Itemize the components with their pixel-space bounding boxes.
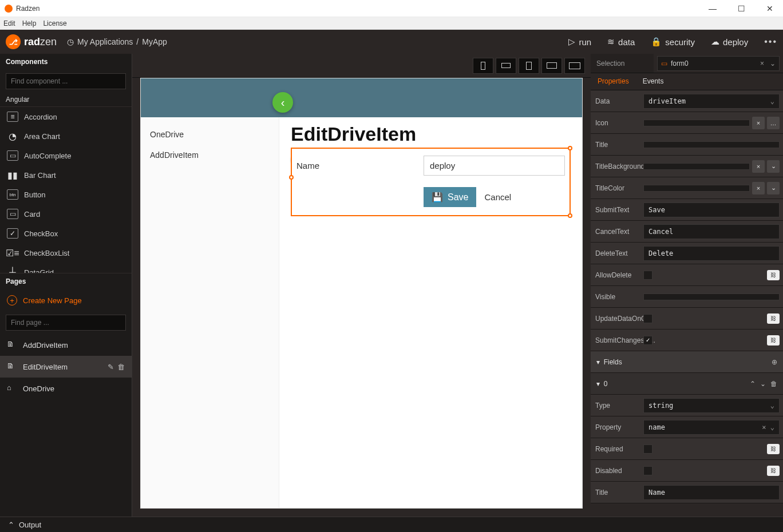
- run-action[interactable]: ▷run: [568, 37, 591, 47]
- more-menu[interactable]: •••: [764, 37, 777, 47]
- component-bar-chart[interactable]: ▮▮Bar Chart: [0, 165, 132, 185]
- prop-updatedata-check[interactable]: [643, 314, 652, 323]
- prop-titlecolor-dd[interactable]: ⌄: [767, 182, 780, 194]
- prop-allowdelete-bind[interactable]: ⛓: [767, 270, 780, 280]
- prop-titlebg-clear[interactable]: ×: [752, 160, 765, 173]
- selection-value[interactable]: ▭form0×⌄: [657, 56, 780, 71]
- app-logo-icon: [5, 5, 13, 13]
- prop-canceltext-input[interactable]: Cancel: [643, 224, 780, 239]
- component-checkbox[interactable]: ✓CheckBox: [0, 224, 132, 243]
- component-autocomplete[interactable]: ▭AutoComplete: [0, 146, 132, 165]
- component-card[interactable]: ▭Card: [0, 204, 132, 224]
- nav-onedrive[interactable]: OneDrive: [141, 124, 279, 145]
- clear-selection[interactable]: ×: [758, 59, 766, 68]
- brand-text-light: zen: [40, 36, 57, 47]
- prop-visible-input[interactable]: [643, 293, 780, 300]
- component-category[interactable]: Angular: [0, 93, 132, 107]
- collapse-icon: ▾: [596, 358, 600, 366]
- page-item-editdriveitem[interactable]: 🗎EditDriveItem✎🗑: [0, 356, 132, 378]
- data-action[interactable]: ≋data: [607, 37, 635, 47]
- breadcrumb-app[interactable]: MyApp: [142, 37, 167, 46]
- prop-label-type: Type: [591, 402, 643, 410]
- add-field-icon[interactable]: ⊕: [772, 358, 777, 366]
- prop-allowdelete-check[interactable]: [643, 271, 652, 280]
- deploy-action[interactable]: ☁deploy: [711, 37, 748, 47]
- save-button[interactable]: 💾Save: [424, 187, 476, 207]
- component-accordion[interactable]: ≡Accordion: [0, 107, 132, 126]
- prop-icon-clear[interactable]: ×: [752, 117, 765, 129]
- field-up-icon[interactable]: ⌃: [750, 380, 756, 388]
- component-search-input[interactable]: [6, 73, 126, 89]
- delete-page-icon[interactable]: 🗑: [117, 363, 125, 371]
- output-label: Output: [19, 521, 41, 529]
- fields-label: Fields: [604, 358, 622, 366]
- device-phone-portrait[interactable]: [473, 58, 493, 74]
- device-phone-landscape[interactable]: [496, 58, 516, 74]
- prop-label-titlebg: TitleBackground: [591, 162, 643, 170]
- device-desktop[interactable]: [564, 58, 585, 74]
- component-checkboxlist[interactable]: ☑≡CheckBoxList: [0, 243, 132, 263]
- prop-disabled-check[interactable]: [643, 466, 652, 475]
- fields-group[interactable]: ▾ Fields⊕: [591, 351, 783, 373]
- cancel-button[interactable]: Cancel: [484, 192, 511, 202]
- breadcrumb-apps[interactable]: My Applications: [77, 37, 133, 46]
- form-component[interactable]: Name 💾Save Cancel: [291, 148, 571, 216]
- window-minimize[interactable]: —: [704, 4, 721, 13]
- chevron-up-icon: ⌃: [8, 521, 14, 529]
- prop-updatedata-bind[interactable]: ⛓: [767, 313, 780, 324]
- edit-page-icon[interactable]: ✎: [108, 363, 114, 371]
- prop-label-allowdelete: AllowDelete: [591, 271, 643, 279]
- page-search-input[interactable]: [6, 315, 126, 331]
- pages-header: Pages: [0, 273, 132, 289]
- prop-ftitle-input[interactable]: Name: [643, 485, 780, 500]
- form-name-input[interactable]: [424, 156, 565, 176]
- prop-titlebg-dd[interactable]: ⌄: [767, 160, 780, 173]
- back-button[interactable]: ‹: [272, 92, 293, 113]
- prop-required-check[interactable]: [643, 444, 652, 454]
- page-item-onedrive[interactable]: ⌂OneDrive: [0, 378, 132, 399]
- prop-type-select[interactable]: string⌄: [643, 398, 780, 413]
- design-canvas[interactable]: ‹ OneDrive AddDriveItem EditDriveItem ✥F…: [140, 78, 583, 509]
- tab-events[interactable]: Events: [636, 73, 671, 90]
- prop-deletetext-input[interactable]: Delete: [643, 246, 780, 261]
- prop-icon-pick[interactable]: …: [767, 117, 780, 129]
- prop-titlebg-input[interactable]: [643, 163, 750, 170]
- nav-adddriveitem[interactable]: AddDriveItem: [141, 145, 279, 165]
- window-close[interactable]: ✕: [761, 4, 778, 13]
- security-action[interactable]: 🔒security: [651, 37, 695, 47]
- device-tablet-portrait[interactable]: [519, 58, 539, 74]
- menu-help[interactable]: Help: [22, 19, 37, 27]
- prop-icon-input[interactable]: [643, 120, 750, 126]
- menu-edit[interactable]: Edit: [3, 19, 15, 27]
- prop-submitchanges-check[interactable]: ✓: [643, 336, 652, 345]
- collapse-icon: ▾: [596, 380, 600, 388]
- component-datagrid[interactable]: ┼DataGrid: [0, 263, 132, 273]
- selection-dropdown[interactable]: ⌄: [770, 59, 776, 68]
- page-item-adddriveitem[interactable]: 🗎AddDriveItem: [0, 334, 132, 356]
- device-tablet-landscape[interactable]: [541, 58, 562, 74]
- prop-submittext-input[interactable]: Save: [643, 203, 780, 217]
- prop-disabled-bind[interactable]: ⛓: [767, 466, 780, 476]
- prop-data-select[interactable]: driveItem⌄: [643, 94, 780, 109]
- component-button[interactable]: btnButton: [0, 185, 132, 204]
- field-0-group[interactable]: ▾ 0⌃⌄🗑: [591, 373, 783, 395]
- prop-titlecolor-input[interactable]: [643, 185, 750, 192]
- component-area-chart[interactable]: ◔Area Chart: [0, 126, 132, 146]
- prop-title-input[interactable]: [643, 141, 780, 148]
- prop-label-data: Data: [591, 97, 643, 105]
- brand-text-bold: rad: [24, 36, 40, 47]
- window-maximize[interactable]: ☐: [733, 4, 750, 13]
- field-delete-icon[interactable]: 🗑: [770, 380, 777, 388]
- prop-titlecolor-clear[interactable]: ×: [752, 182, 765, 194]
- prop-required-bind[interactable]: ⛓: [767, 444, 780, 454]
- field-down-icon[interactable]: ⌄: [760, 380, 766, 388]
- run-label: run: [579, 37, 591, 47]
- prop-label-title: Title: [591, 141, 643, 149]
- prop-submitchanges-bind[interactable]: ⛓: [767, 335, 780, 346]
- plus-icon: +: [7, 295, 17, 305]
- tab-properties[interactable]: Properties: [591, 73, 636, 90]
- output-panel-toggle[interactable]: ⌃ Output: [0, 517, 783, 532]
- menu-license[interactable]: License: [43, 19, 66, 27]
- create-new-page[interactable]: + Create New Page: [0, 289, 132, 311]
- prop-property-select[interactable]: name× ⌄: [643, 420, 780, 435]
